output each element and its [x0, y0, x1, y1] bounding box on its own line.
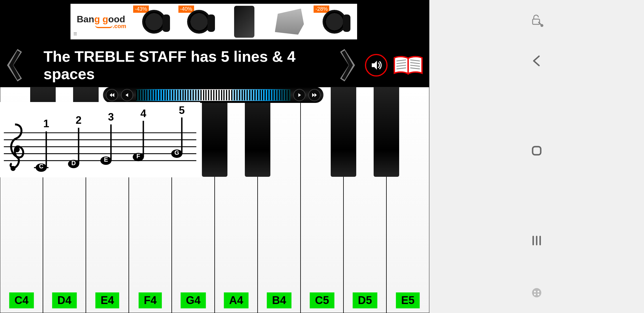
key-label: A4 [224, 292, 249, 308]
svg-marker-12 [298, 93, 301, 97]
svg-point-20 [14, 147, 20, 152]
mini-keyboard-strip[interactable] [136, 89, 290, 101]
sound-button[interactable] [365, 54, 388, 77]
key-label: B4 [267, 292, 292, 308]
piano-app: Bang good .com -43% -40% -28% ≡ The TREB… [0, 0, 429, 313]
ad-brand-1: Ban [77, 14, 94, 24]
ad-product[interactable] [222, 4, 267, 39]
svg-point-50 [534, 291, 536, 292]
svg-point-52 [534, 294, 536, 295]
svg-marker-11 [126, 93, 128, 97]
key-label: G4 [181, 292, 206, 308]
key-label: F4 [139, 292, 162, 308]
nav-prev-button[interactable] [121, 89, 133, 101]
svg-rect-43 [533, 19, 540, 24]
lesson-title-row: The TREBLE STAFF has 5 lines & 4 spaces [0, 43, 429, 87]
svg-point-21 [10, 166, 15, 171]
ad-product[interactable]: -40% [177, 4, 222, 39]
svg-point-44 [540, 24, 543, 27]
lock-touch-icon[interactable] [528, 12, 545, 29]
watch-image [187, 10, 211, 34]
svg-text:F: F [136, 153, 140, 159]
system-nav-bar [429, 0, 644, 313]
nav-rewind-button[interactable] [106, 89, 118, 101]
ad-menu-icon[interactable]: ≡ [73, 30, 77, 38]
game-tools-button[interactable] [528, 284, 545, 301]
ad-domain: .com [113, 23, 126, 29]
svg-text:3: 3 [108, 111, 114, 123]
svg-text:C: C [39, 163, 43, 170]
lessons-book-button[interactable] [392, 54, 424, 77]
nav-forward-button[interactable] [308, 89, 321, 101]
svg-rect-45 [533, 147, 541, 155]
watch-image [323, 10, 346, 34]
keyboard-navigator [103, 87, 323, 103]
svg-text:D: D [71, 160, 76, 166]
key-label: C5 [310, 292, 334, 308]
ad-product[interactable]: -43% [131, 4, 177, 39]
ad-logo: Bang good .com [70, 14, 131, 30]
discount-badge: -40% [178, 6, 194, 13]
svg-marker-0 [372, 61, 377, 70]
black-key-cs5[interactable] [331, 87, 356, 177]
key-label: D5 [353, 292, 377, 308]
prev-lesson-button[interactable] [0, 43, 29, 87]
ad-banner[interactable]: Bang good .com -43% -40% -28% ≡ [70, 4, 357, 39]
svg-marker-13 [312, 93, 314, 97]
svg-point-49 [532, 288, 541, 297]
key-label: E4 [95, 292, 119, 308]
discount-badge: -43% [133, 6, 149, 13]
svg-text:1: 1 [43, 118, 49, 130]
svg-text:5: 5 [179, 105, 185, 116]
ad-product[interactable]: -28% [312, 4, 357, 39]
next-lesson-button[interactable] [333, 43, 362, 87]
svg-text:E: E [104, 156, 108, 163]
ad-product[interactable] [267, 4, 312, 39]
svg-point-53 [538, 294, 539, 295]
svg-text:2: 2 [76, 114, 82, 126]
discount-badge: -28% [314, 6, 329, 13]
key-label: D4 [52, 292, 77, 308]
svg-marker-9 [110, 93, 112, 97]
back-button[interactable] [528, 52, 545, 70]
home-button[interactable] [528, 142, 545, 159]
black-key-ds5[interactable] [374, 87, 399, 177]
svg-text:4: 4 [140, 108, 146, 119]
phone-image [234, 6, 254, 38]
svg-point-51 [538, 291, 539, 292]
engine-image [275, 9, 304, 35]
key-label: C4 [9, 292, 34, 308]
watch-image [142, 10, 166, 34]
svg-text:G: G [174, 149, 179, 156]
nav-next-button[interactable] [293, 89, 305, 101]
key-label: E5 [396, 292, 420, 308]
lesson-title: The TREBLE STAFF has 5 lines & 4 spaces [29, 48, 333, 83]
treble-staff-diagram: C 1 D 2 E 3 F 4 G 5 [0, 102, 200, 177]
recent-apps-button[interactable] [528, 232, 545, 249]
svg-marker-10 [112, 93, 114, 97]
svg-marker-14 [314, 93, 317, 97]
